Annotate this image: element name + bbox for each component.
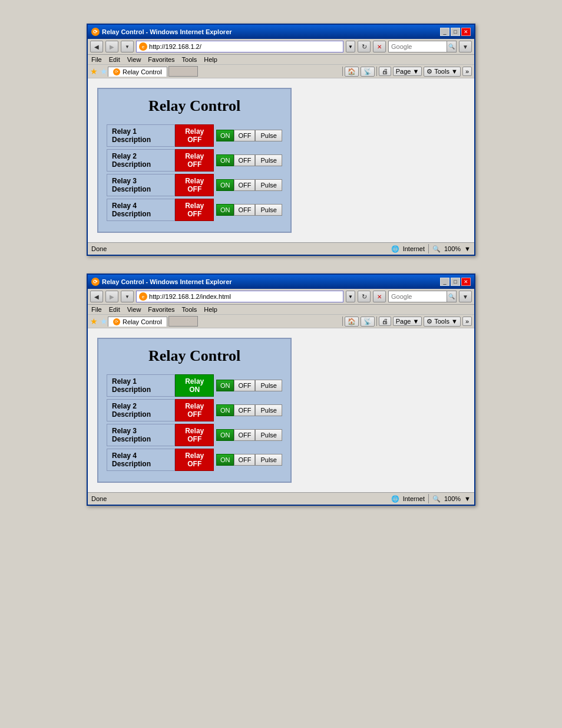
- relay-controls-1-3: ON OFF Pulse: [216, 179, 282, 191]
- menu-file-2[interactable]: File: [91, 306, 102, 313]
- url-icon-2: e: [139, 292, 147, 301]
- zoom-label-1: 🔍: [432, 245, 441, 253]
- menu-tools-2[interactable]: Tools: [182, 306, 197, 313]
- relay-off-btn-1-2[interactable]: OFF: [234, 154, 255, 166]
- zoom-arrow-2[interactable]: ▼: [464, 495, 471, 502]
- back-button-2[interactable]: ◀: [90, 291, 103, 302]
- zoom-value-2: 100%: [444, 495, 461, 502]
- stop-button-1[interactable]: ✕: [373, 41, 386, 52]
- minimize-button-1[interactable]: _: [440, 28, 449, 36]
- window-title-2: Relay Control - Windows Internet Explore…: [102, 278, 232, 285]
- url-dropdown-2[interactable]: ▼: [346, 291, 355, 302]
- back-button-1[interactable]: ◀: [90, 41, 103, 52]
- relay-row-1-2: Relay 2 Description Relay OFF ON OFF Pul…: [107, 149, 282, 172]
- search-go-1[interactable]: 🔍: [447, 41, 457, 52]
- menu-view-2[interactable]: View: [127, 306, 141, 313]
- menu-favorites-2[interactable]: Favorites: [148, 306, 174, 313]
- relay-on-btn-1-1[interactable]: ON: [216, 130, 234, 141]
- toolbar-more-2[interactable]: »: [462, 317, 472, 326]
- toolbar-home-2[interactable]: 🏠: [345, 317, 359, 327]
- maximize-button-2[interactable]: □: [451, 278, 460, 286]
- relay-on-btn-1-3[interactable]: ON: [216, 179, 234, 191]
- forward-button-1[interactable]: ▶: [105, 41, 118, 52]
- relay-off-btn-2-2[interactable]: OFF: [234, 404, 255, 416]
- menu-favorites-1[interactable]: Favorites: [148, 56, 174, 63]
- toolbar-tools-2[interactable]: ⚙ Tools ▼: [424, 317, 460, 327]
- zoom-arrow-1[interactable]: ▼: [464, 245, 471, 252]
- separator-2: [376, 67, 377, 76]
- close-button-2[interactable]: ✕: [461, 278, 471, 286]
- relay-pulse-btn-1-3[interactable]: Pulse: [255, 179, 282, 191]
- menu-file-1[interactable]: File: [91, 56, 102, 63]
- relay-panel-1: Relay Control Relay 1 Description Relay …: [97, 88, 292, 233]
- minimize-button-2[interactable]: _: [440, 278, 449, 286]
- favorites-btn-1[interactable]: ★ ★: [90, 67, 108, 76]
- search-options-1[interactable]: ▼: [459, 41, 472, 52]
- toolbar-page-2[interactable]: Page ▼: [393, 317, 422, 326]
- url-dropdown-1[interactable]: ▼: [346, 41, 355, 52]
- search-input-1[interactable]: [388, 41, 447, 52]
- toolbar-tools-1[interactable]: ⚙ Tools ▼: [424, 67, 460, 77]
- tab-relay-control-1[interactable]: ⟳ Relay Control: [108, 67, 167, 77]
- toolbar-right-1: 🏠 📡 🖨 Page ▼ ⚙ Tools ▼ »: [342, 67, 472, 77]
- relay-pulse-btn-2-3[interactable]: Pulse: [255, 429, 282, 441]
- toolbar-home-1[interactable]: 🏠: [345, 67, 359, 77]
- relay-pulse-btn-1-4[interactable]: Pulse: [255, 204, 282, 216]
- internet-label-2: Internet: [403, 495, 425, 502]
- relay-off-btn-1-3[interactable]: OFF: [234, 179, 255, 191]
- toolbar-feeds-1[interactable]: 📡: [361, 67, 375, 77]
- maximize-button-1[interactable]: □: [451, 28, 460, 36]
- relay-off-btn-2-3[interactable]: OFF: [234, 429, 255, 441]
- internet-label-1: Internet: [403, 245, 425, 252]
- relay-controls-2-3: ON OFF Pulse: [216, 429, 282, 441]
- dropdown-arrow-1[interactable]: ▼: [121, 41, 134, 52]
- browser-icon-2: ⟳: [91, 278, 100, 286]
- relay-pulse-btn-1-2[interactable]: Pulse: [255, 154, 282, 166]
- address-input-2[interactable]: e http://192.168.1.2/index.html: [136, 291, 343, 302]
- close-button-1[interactable]: ✕: [461, 28, 471, 36]
- menu-edit-2[interactable]: Edit: [109, 306, 120, 313]
- refresh-button-2[interactable]: ↻: [358, 291, 371, 302]
- dropdown-arrow-2[interactable]: ▼: [121, 291, 134, 302]
- toolbar-page-1[interactable]: Page ▼: [393, 67, 422, 76]
- relay-row-2-1: Relay 1 Description Relay ON ON OFF Puls…: [107, 374, 282, 397]
- relay-on-btn-2-2[interactable]: ON: [216, 404, 234, 416]
- menu-tools-1[interactable]: Tools: [182, 56, 197, 63]
- relay-pulse-btn-2-4[interactable]: Pulse: [255, 454, 282, 466]
- favorites-btn-2[interactable]: ★ ★: [90, 317, 108, 326]
- forward-button-2[interactable]: ▶: [105, 291, 118, 302]
- search-go-2[interactable]: 🔍: [447, 291, 457, 302]
- menu-help-2[interactable]: Help: [204, 306, 217, 313]
- relay-label-2-2: Relay 2 Description: [107, 399, 175, 421]
- menu-view-1[interactable]: View: [127, 56, 141, 63]
- relay-on-btn-1-4[interactable]: ON: [216, 204, 234, 216]
- relay-on-btn-1-2[interactable]: ON: [216, 154, 234, 166]
- toolbar-print-2[interactable]: 🖨: [379, 317, 391, 326]
- relay-label-1-4: Relay 4 Description: [107, 199, 175, 221]
- relay-pulse-btn-1-1[interactable]: Pulse: [255, 130, 282, 141]
- tab-blank-2: [168, 316, 198, 327]
- relay-pulse-btn-2-2[interactable]: Pulse: [255, 404, 282, 416]
- address-input-1[interactable]: e http://192.168.1.2/: [136, 41, 343, 52]
- relay-off-btn-1-4[interactable]: OFF: [234, 204, 255, 216]
- relay-on-btn-2-4[interactable]: ON: [216, 454, 234, 466]
- refresh-button-1[interactable]: ↻: [358, 41, 371, 52]
- url-icon-1: e: [139, 42, 147, 51]
- relay-off-btn-2-4[interactable]: OFF: [234, 454, 255, 466]
- menu-help-1[interactable]: Help: [204, 56, 217, 63]
- relay-on-btn-2-3[interactable]: ON: [216, 429, 234, 441]
- browser-window-2: ⟳ Relay Control - Windows Internet Explo…: [87, 274, 475, 506]
- relay-controls-2-2: ON OFF Pulse: [216, 404, 282, 416]
- toolbar-feeds-2[interactable]: 📡: [361, 317, 375, 327]
- relay-off-btn-2-1[interactable]: OFF: [234, 380, 255, 391]
- menu-edit-1[interactable]: Edit: [109, 56, 120, 63]
- toolbar-more-1[interactable]: »: [462, 67, 472, 76]
- toolbar-print-1[interactable]: 🖨: [379, 67, 391, 76]
- relay-pulse-btn-2-1[interactable]: Pulse: [255, 380, 282, 391]
- search-input-2[interactable]: [388, 291, 447, 302]
- relay-off-btn-1-1[interactable]: OFF: [234, 130, 255, 141]
- relay-on-btn-2-1[interactable]: ON: [216, 380, 234, 391]
- search-options-2[interactable]: ▼: [459, 291, 472, 302]
- tab-relay-control-2[interactable]: ⟳ Relay Control: [108, 317, 167, 327]
- stop-button-2[interactable]: ✕: [373, 291, 386, 302]
